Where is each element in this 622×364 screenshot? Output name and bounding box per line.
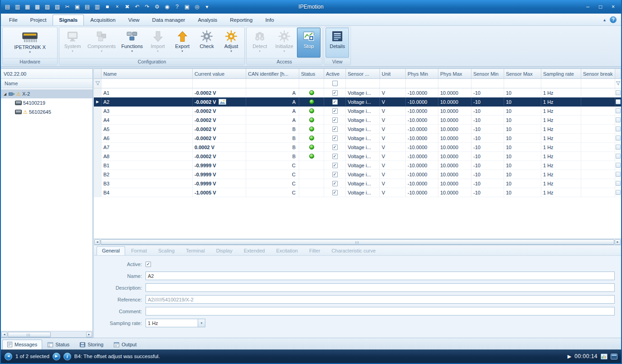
active-checkbox[interactable]: ✓: [332, 163, 338, 168]
detail-tab-characteristic-curve[interactable]: Characteristic curve: [326, 246, 381, 255]
detail-tab-scaling[interactable]: Scaling: [153, 246, 180, 255]
cut-icon[interactable]: ✂: [63, 3, 72, 11]
sidebar-hscrollbar[interactable]: ◄ ►: [1, 331, 92, 337]
filter-cell-can-identifier-h[interactable]: [246, 79, 299, 88]
active-checkbox[interactable]: ✓: [332, 145, 338, 150]
row-edge-cell[interactable]: [615, 97, 621, 106]
column-header-sensor[interactable]: Sensor ...: [346, 69, 380, 78]
detail-tab-filter[interactable]: Filter: [304, 246, 326, 255]
signal-row-a7[interactable]: A70.0002 VB✓Voltage i...V-10.000010.0000…: [94, 143, 621, 152]
column-header-active[interactable]: Active: [324, 69, 346, 78]
row-edge-cell[interactable]: [615, 179, 621, 188]
filter-cell-phys-min[interactable]: [406, 79, 438, 88]
menu-tab-signals[interactable]: Signals: [53, 15, 84, 25]
details-button[interactable]: Details: [326, 28, 349, 58]
signal-row-a5[interactable]: A5-0.0002 VB✓Voltage i...V-10.000010.000…: [94, 125, 621, 134]
column-header-status[interactable]: Status: [299, 69, 324, 78]
selection-nav-icon[interactable]: ◄: [5, 353, 12, 360]
detail-tab-format[interactable]: Format: [126, 246, 152, 255]
scrollbar-track[interactable]: [101, 239, 614, 245]
bottom-tab-output[interactable]: Output: [109, 340, 141, 349]
stop-button[interactable]: Stop: [297, 28, 321, 58]
active-checkbox[interactable]: ✓: [332, 190, 338, 195]
signal-row-b1[interactable]: B1-0.9999 VC✓Voltage i...V-10.000010.000…: [94, 161, 621, 170]
row-edge-cell[interactable]: [615, 125, 621, 133]
detail-tab-display[interactable]: Display: [211, 246, 238, 255]
copy-icon[interactable]: ▣: [73, 3, 82, 11]
close-button[interactable]: ×: [607, 3, 619, 11]
save-all-icon[interactable]: ▩: [33, 3, 42, 11]
language-globe-icon[interactable]: ◎: [192, 3, 202, 11]
bottom-tab-messages[interactable]: Messages: [2, 340, 42, 349]
row-edge-cell[interactable]: [615, 116, 621, 124]
open-project-icon[interactable]: ▥: [13, 3, 22, 11]
remove-icon[interactable]: ×: [112, 3, 122, 11]
select-dropdown-icon[interactable]: ▾: [198, 319, 205, 327]
column-header-sensor-max[interactable]: Sensor Max: [504, 69, 541, 78]
bottom-tab-status[interactable]: Status: [43, 340, 74, 349]
active-checkbox[interactable]: ✓: [332, 126, 338, 132]
scrollbar-thumb[interactable]: [8, 332, 51, 337]
row-edge-cell[interactable]: [615, 152, 621, 160]
column-header-sensor-break[interactable]: Sensor break: [581, 69, 615, 78]
functions-button[interactable]: Functions▾: [119, 28, 145, 58]
active-checkbox[interactable]: ✓: [332, 99, 338, 105]
new-document-icon[interactable]: ▤: [3, 3, 12, 11]
tree-expander-icon[interactable]: ◢: [3, 92, 7, 96]
save-icon[interactable]: ▦: [23, 3, 32, 11]
detail-tab-extended[interactable]: Extended: [238, 246, 270, 255]
menu-tab-info[interactable]: Info: [259, 15, 280, 25]
auto-config-icon[interactable]: ▨: [43, 3, 52, 11]
filter-cell-sensor-min[interactable]: [471, 79, 504, 88]
signal-row-a1[interactable]: A1-0.0002 VA✓Voltage i...V-10.000010.000…: [94, 88, 621, 97]
filter-cell-phys-max[interactable]: [438, 79, 471, 88]
column-header-can-identifier-h[interactable]: CAN identifier [h...: [246, 69, 299, 78]
signal-row-a3[interactable]: A3-0.0002 VA✓Voltage i...V-10.000010.000…: [94, 107, 621, 116]
detail-tab-general[interactable]: General: [97, 246, 125, 255]
filter-cell-unit[interactable]: [380, 79, 406, 88]
export-button[interactable]: Export▾: [170, 28, 194, 58]
filter-checkbox[interactable]: [332, 81, 338, 86]
column-header-name[interactable]: Name: [102, 69, 193, 78]
delete-icon[interactable]: ✖: [122, 3, 132, 11]
column-header-phys-min[interactable]: Phys Min: [406, 69, 438, 78]
acquisition-play-icon[interactable]: ▶: [568, 354, 571, 359]
column-header-sensor-min[interactable]: Sensor Min: [471, 69, 504, 78]
menu-tab-analysis[interactable]: Analysis: [191, 15, 224, 25]
active-checkbox[interactable]: ✓: [332, 172, 338, 177]
undo-icon[interactable]: ↶: [132, 3, 142, 11]
adjust-button[interactable]: Adjust▾: [219, 28, 243, 58]
field-input-name[interactable]: [146, 272, 615, 280]
detect-globe-icon[interactable]: ◉: [162, 3, 172, 11]
bottom-tab-storing[interactable]: Storing: [75, 340, 108, 349]
field-input-comment[interactable]: [146, 307, 615, 315]
collapse-ribbon-icon[interactable]: ▴: [603, 17, 606, 22]
ipetronik-x-button[interactable]: IPETRONIK X▾: [4, 28, 56, 58]
signal-row-a6[interactable]: A6-0.0002 VB✓Voltage i...V-10.000010.000…: [94, 134, 621, 143]
menu-tab-data-manager[interactable]: Data manager: [146, 15, 192, 25]
sidebar-column-header[interactable]: Name: [1, 79, 92, 88]
column-header-phys-max[interactable]: Phys Max: [438, 69, 471, 78]
active-checkbox[interactable]: ✓: [332, 181, 338, 186]
column-header-sampling-rate[interactable]: Sampling rate: [541, 69, 581, 78]
active-field-checkbox[interactable]: ✓: [146, 262, 151, 267]
maximize-button[interactable]: □: [594, 3, 607, 11]
menu-tab-file[interactable]: File: [3, 15, 24, 25]
duplicate-icon[interactable]: ▥: [92, 3, 102, 11]
sampling-rate-select[interactable]: 1 Hz▾: [146, 319, 205, 327]
grid-hscrollbar[interactable]: ◄ ►: [94, 238, 621, 245]
chart-mini-icon[interactable]: [601, 354, 607, 359]
scrollbar-thumb[interactable]: [101, 239, 614, 245]
row-edge-cell[interactable]: [615, 88, 621, 97]
row-edge-cell[interactable]: [615, 188, 621, 197]
help-icon[interactable]: ?: [172, 3, 182, 11]
active-checkbox[interactable]: ✓: [332, 108, 338, 114]
filter-cell-name[interactable]: [102, 79, 193, 88]
toolbar-more-icon[interactable]: ▾: [202, 3, 212, 11]
filter-cell-sensor-break[interactable]: [581, 79, 615, 88]
paste-icon[interactable]: ▤: [83, 3, 92, 11]
settings-gear-icon[interactable]: ⚙: [152, 3, 162, 11]
tree-node-x-2[interactable]: ◢⚠X-2: [1, 89, 92, 98]
field-input-description[interactable]: [146, 283, 615, 292]
signal-row-a4[interactable]: A4-0.0002 VA✓Voltage i...V-10.000010.000…: [94, 116, 621, 125]
